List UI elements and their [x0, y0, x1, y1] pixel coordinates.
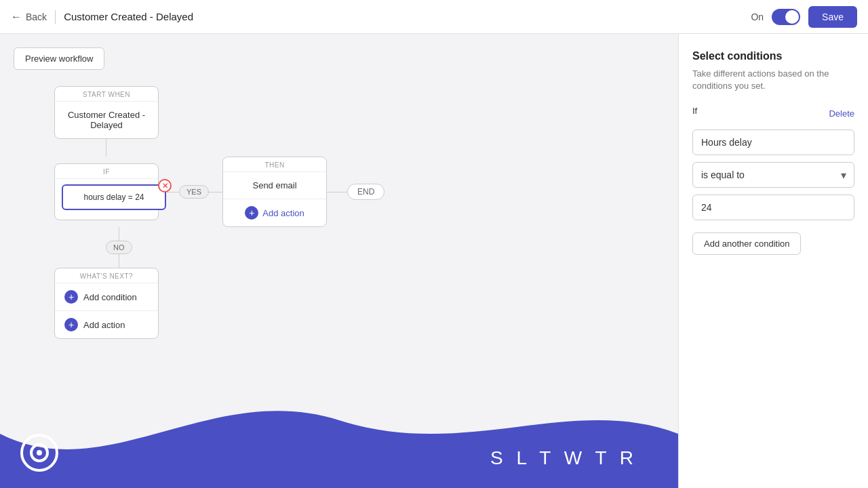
conditions-sidebar: Select conditions Take different actions… [678, 34, 868, 488]
start-node: START WHEN Customer Created - Delayed [54, 86, 159, 139]
no-branch: NO [106, 227, 132, 268]
add-action-plus-icon2: + [64, 318, 78, 331]
header-right: On Save [751, 6, 857, 28]
no-line-down2 [119, 254, 119, 268]
delete-link[interactable]: Delete [829, 108, 854, 119]
brand-name: S L T W T R [490, 447, 637, 469]
sidebar-title: Select conditions [692, 50, 854, 62]
if-node: IF hours delay = 24 ✕ [54, 163, 159, 220]
toggle-knob [785, 10, 799, 24]
add-action-label: Add action [262, 208, 304, 218]
add-condition-label: Add condition [83, 292, 137, 302]
svg-point-2 [37, 450, 42, 455]
whats-next-node: WHAT'S NEXT? + Add condition + Add actio… [54, 268, 159, 339]
page-title: Customer Created - Delayed [64, 11, 193, 22]
if-block: IF hours delay = 24 ✕ [54, 163, 159, 220]
back-button[interactable]: ← Back [11, 11, 47, 23]
workflow-canvas: Preview workflow START WHEN Customer Cre… [0, 34, 678, 488]
if-label: If [692, 106, 697, 116]
preview-workflow-button[interactable]: Preview workflow [14, 47, 104, 70]
back-arrow-icon: ← [11, 11, 22, 23]
condition-select-wrapper: is equal to is greater than is less than… [692, 162, 854, 188]
add-action-button[interactable]: + Add action [55, 311, 158, 338]
back-label: Back [26, 12, 47, 22]
workflow-toggle[interactable] [772, 9, 800, 25]
connector-line-1 [106, 139, 106, 157]
footer: S L T W T R [0, 380, 678, 488]
condition-text: hours delay = 24 [83, 192, 144, 202]
no-label: NO [106, 241, 132, 254]
if-section-label: IF [55, 164, 158, 179]
no-connector: NO [106, 227, 132, 268]
whats-next-label: WHAT'S NEXT? [55, 268, 158, 283]
header-left: ← Back Customer Created - Delayed [11, 10, 193, 24]
yes-label: YES [179, 185, 209, 199]
then-node: THEN Send email + Add action [222, 157, 327, 227]
condition-badge[interactable]: hours delay = 24 ✕ [62, 184, 166, 210]
end-connector: END [327, 184, 384, 200]
end-node: END [347, 184, 384, 200]
remove-condition-button[interactable]: ✕ [158, 179, 172, 192]
add-another-condition-button[interactable]: Add another condition [692, 232, 801, 255]
send-email-action: Send email [223, 172, 326, 199]
logo-icon [20, 434, 58, 472]
if-row: IF hours delay = 24 ✕ YES [54, 157, 384, 227]
yes-line-2 [209, 192, 222, 192]
header-divider [55, 10, 56, 24]
if-delete-row: If Delete [692, 106, 854, 121]
condition-value-input[interactable] [692, 195, 854, 220]
hours-delay-input[interactable] [692, 129, 854, 155]
sidebar-description: Take different actions based on the cond… [692, 68, 854, 92]
end-line [327, 192, 347, 192]
add-action-label2: Add action [83, 320, 125, 330]
condition-operator-select[interactable]: is equal to is greater than is less than… [692, 162, 854, 188]
start-section-label: START WHEN [55, 87, 158, 102]
if-condition-wrapper: hours delay = 24 ✕ [55, 179, 158, 217]
wave-svg [0, 380, 678, 488]
add-action-plus-icon: + [245, 206, 258, 220]
save-button[interactable]: Save [808, 6, 857, 28]
add-condition-button[interactable]: + Add condition [55, 283, 158, 311]
no-line-down [119, 227, 119, 241]
start-node-content: Customer Created - Delayed [55, 102, 158, 138]
header: ← Back Customer Created - Delayed On Sav… [0, 0, 868, 34]
send-email-text: Send email [252, 180, 296, 190]
then-section-label: THEN [223, 157, 326, 172]
main-layout: Preview workflow START WHEN Customer Cre… [0, 34, 868, 488]
add-condition-plus-icon: + [64, 290, 78, 304]
footer-logo [20, 434, 58, 474]
add-action-in-then[interactable]: + Add action [223, 199, 326, 226]
on-label: On [751, 12, 764, 22]
